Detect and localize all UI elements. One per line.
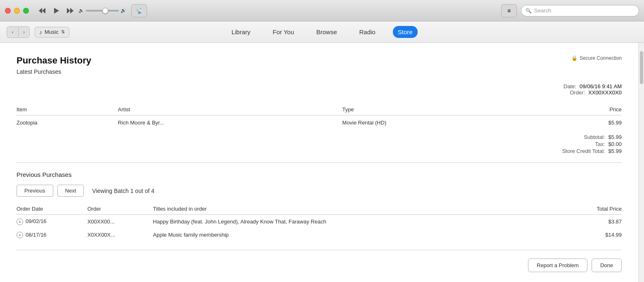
rewind-button[interactable] (37, 6, 47, 16)
nav-bar: ‹ › ♪ Music ⇅ Library For You Browse Rad… (0, 21, 644, 43)
chevron-left-icon: ‹ (12, 29, 14, 35)
prev-col-total: Total Price (562, 203, 622, 215)
report-problem-button[interactable]: Report a Problem (528, 258, 587, 272)
store-credit-value: $5.99 (608, 148, 622, 154)
search-icon: 🔍 (526, 8, 532, 14)
done-button[interactable]: Done (592, 258, 622, 272)
col-header-type: Type (342, 104, 556, 115)
order-number-value: XX00XXX0X0 (588, 89, 622, 96)
search-placeholder: Search (534, 7, 551, 14)
next-button[interactable]: Next (57, 185, 84, 197)
prev-col-order-date: Order Date (17, 203, 88, 215)
order-info: Date: 09/06/16 9:41 AM Order: XX00XXX0X0 (17, 83, 622, 96)
tax-label: Tax: (595, 141, 605, 147)
prev-item-order: X00XX00... (88, 215, 153, 228)
tab-browse[interactable]: Browse (311, 26, 342, 38)
svg-marker-2 (54, 8, 59, 14)
volume-high-icon: 🔊 (121, 8, 126, 13)
expand-icon[interactable]: + (17, 219, 23, 225)
pagination-row: Previous Next Viewing Batch 1 out of 4 (17, 185, 622, 197)
prev-item-date: +08/17/16 (17, 228, 88, 242)
music-label: Music (45, 29, 59, 35)
table-row: +08/17/16 X0XX00X... Apple Music family … (17, 228, 622, 242)
subtotal-value: $5.99 (608, 134, 622, 140)
prev-col-order: Order (88, 203, 153, 215)
item-artist: Rich Moore & Byr... (118, 115, 343, 130)
content-area: 🔒 Secure Connection Purchase History Lat… (0, 43, 638, 282)
previous-purchases-title: Previous Purchases (17, 171, 622, 178)
svg-marker-1 (42, 8, 45, 14)
nav-arrows: ‹ › (7, 26, 30, 38)
expand-icon[interactable]: + (17, 232, 23, 238)
minimize-button[interactable] (14, 8, 20, 14)
music-note-icon: ♪ (39, 29, 42, 35)
airplay-button[interactable]: 📡 (131, 4, 147, 17)
chevron-right-icon: › (23, 29, 25, 35)
store-credit-label: Store Credit Total: (562, 148, 605, 154)
totals-section: Subtotal: $5.99 Tax: $0.00 Store Credit … (17, 134, 622, 154)
tax-value: $0.00 (608, 141, 622, 147)
fast-forward-button[interactable] (65, 6, 75, 16)
page-title: Purchase History (17, 55, 622, 66)
back-button[interactable]: ‹ (7, 26, 18, 38)
main-content: 🔒 Secure Connection Purchase History Lat… (0, 43, 644, 282)
scrollbar[interactable] (638, 43, 644, 282)
prev-item-total: $14.99 (562, 228, 622, 242)
section-divider-1 (17, 162, 622, 163)
batch-info: Viewing Batch 1 out of 4 (92, 188, 154, 194)
prev-item-date: +09/02/16 (17, 215, 88, 228)
svg-marker-0 (39, 8, 42, 14)
order-number-label: Order: (570, 89, 585, 96)
bottom-actions: Report a Problem Done (17, 258, 622, 272)
col-header-price: Price (556, 104, 622, 115)
item-price: $5.99 (556, 115, 622, 130)
secure-connection-label: Secure Connection (580, 55, 622, 61)
play-button[interactable] (51, 6, 61, 16)
volume-track[interactable] (86, 10, 119, 12)
volume-low-icon: 🔈 (78, 8, 84, 13)
secure-connection: 🔒 Secure Connection (571, 55, 622, 61)
prev-item-total: $3.87 (562, 215, 622, 228)
previous-purchases-table: Order Date Order Titles included in orde… (17, 203, 622, 242)
tab-radio[interactable]: Radio (354, 26, 380, 38)
list-icon: ≡ (507, 7, 511, 14)
order-date-label: Date: (564, 83, 576, 89)
prev-item-order: X0XX00X... (88, 228, 153, 242)
forward-button[interactable]: › (18, 26, 30, 38)
lock-icon: 🔒 (571, 55, 578, 61)
purchase-table: Item Artist Type Price Zootopia Rich Moo… (17, 104, 622, 130)
svg-marker-4 (70, 8, 73, 14)
scrollbar-thumb[interactable] (640, 51, 643, 84)
maximize-button[interactable] (23, 8, 29, 14)
table-row: Zootopia Rich Moore & Byr... Movie Renta… (17, 115, 622, 130)
search-box[interactable]: 🔍 Search (521, 5, 639, 16)
section-divider-2 (17, 250, 622, 250)
chevron-up-down-icon: ⇅ (61, 29, 65, 35)
volume-slider[interactable]: 🔈 🔊 (78, 8, 126, 13)
playback-controls (37, 6, 75, 16)
item-name: Zootopia (17, 115, 118, 130)
prev-col-titles: Titles included in order (153, 203, 563, 215)
title-bar-right: ≡ 🔍 Search (501, 4, 639, 17)
traffic-lights (5, 8, 29, 14)
latest-purchases-label: Latest Purchases (17, 68, 622, 75)
table-row: +09/02/16 X00XX00... Happy Birthday (fea… (17, 215, 622, 228)
title-bar: 🔈 🔊 📡 ≡ 🔍 Search (0, 0, 644, 21)
airplay-icon: 📡 (136, 7, 143, 14)
list-view-button[interactable]: ≡ (501, 4, 517, 17)
nav-tabs: Library For You Browse Radio Store (227, 26, 418, 38)
item-type: Movie Rental (HD) (342, 115, 556, 130)
volume-thumb[interactable] (102, 8, 108, 14)
close-button[interactable] (5, 8, 11, 14)
col-header-artist: Artist (118, 104, 343, 115)
svg-marker-3 (67, 8, 70, 14)
music-selector[interactable]: ♪ Music ⇅ (35, 27, 69, 38)
tab-store[interactable]: Store (393, 26, 417, 38)
prev-item-titles: Happy Birthday (feat. John Legend), Alre… (153, 215, 563, 228)
previous-button[interactable]: Previous (17, 185, 53, 197)
tab-for-you[interactable]: For You (268, 26, 299, 38)
prev-item-titles: Apple Music family membership (153, 228, 563, 242)
tab-library[interactable]: Library (227, 26, 256, 38)
col-header-item: Item (17, 104, 118, 115)
subtotal-label: Subtotal: (584, 134, 605, 140)
